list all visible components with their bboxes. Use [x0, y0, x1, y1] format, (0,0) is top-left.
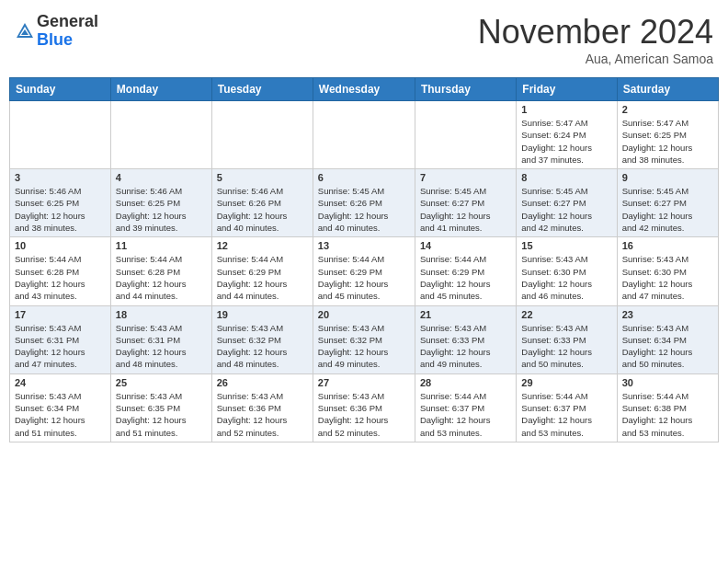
- day-info: Sunrise: 5:44 AMSunset: 6:37 PMDaylight:…: [521, 390, 611, 439]
- day-number: 24: [15, 377, 106, 388]
- day-info-line: and 47 minutes.: [622, 291, 685, 301]
- calendar-cell: 28Sunrise: 5:44 AMSunset: 6:37 PMDayligh…: [415, 373, 516, 442]
- day-info-line: Sunrise: 5:43 AM: [420, 323, 486, 333]
- day-info: Sunrise: 5:44 AMSunset: 6:29 PMDaylight:…: [217, 253, 308, 302]
- day-info: Sunrise: 5:45 AMSunset: 6:26 PMDaylight:…: [318, 185, 410, 234]
- day-info-line: Sunset: 6:27 PM: [521, 198, 586, 208]
- day-info: Sunrise: 5:47 AMSunset: 6:24 PMDaylight:…: [521, 117, 611, 166]
- day-info-line: Daylight: 12 hours: [420, 415, 491, 425]
- day-info: Sunrise: 5:43 AMSunset: 6:34 PMDaylight:…: [15, 390, 106, 439]
- day-info-line: and 48 minutes.: [217, 359, 279, 369]
- week-row-1: 1Sunrise: 5:47 AMSunset: 6:24 PMDaylight…: [10, 101, 719, 169]
- calendar: SundayMondayTuesdayWednesdayThursdayFrid…: [9, 77, 719, 442]
- day-info-line: Daylight: 12 hours: [15, 347, 85, 357]
- calendar-cell: 11Sunrise: 5:44 AMSunset: 6:28 PMDayligh…: [110, 237, 211, 305]
- day-number: 30: [622, 377, 713, 388]
- day-info: Sunrise: 5:43 AMSunset: 6:31 PMDaylight:…: [116, 322, 207, 371]
- day-info-line: Sunrise: 5:47 AM: [622, 118, 688, 128]
- day-info-line: Daylight: 12 hours: [521, 143, 592, 153]
- day-info-line: Sunset: 6:36 PM: [217, 403, 281, 413]
- day-number: 15: [521, 240, 611, 251]
- day-info-line: and 48 minutes.: [116, 359, 178, 369]
- day-info-line: Sunrise: 5:43 AM: [15, 391, 81, 401]
- day-info-line: Daylight: 12 hours: [622, 143, 693, 153]
- day-info-line: Sunrise: 5:43 AM: [622, 323, 688, 333]
- day-info-line: and 53 minutes.: [420, 428, 483, 438]
- logo: General Blue: [15, 13, 98, 50]
- calendar-cell: 8Sunrise: 5:45 AMSunset: 6:27 PMDaylight…: [517, 169, 617, 237]
- logo-icon: [15, 21, 35, 41]
- day-info-line: and 49 minutes.: [420, 359, 483, 369]
- day-info-line: Sunset: 6:31 PM: [15, 335, 79, 345]
- calendar-cell: 2Sunrise: 5:47 AMSunset: 6:25 PMDaylight…: [617, 101, 718, 169]
- day-info-line: Sunrise: 5:44 AM: [217, 254, 283, 264]
- calendar-cell: [211, 101, 313, 169]
- day-info-line: Sunset: 6:27 PM: [622, 198, 687, 208]
- weekday-header-saturday: Saturday: [617, 78, 718, 101]
- logo-general: General: [37, 12, 98, 30]
- day-info-line: Sunrise: 5:43 AM: [217, 391, 283, 401]
- calendar-cell: 24Sunrise: 5:43 AMSunset: 6:34 PMDayligh…: [10, 373, 111, 442]
- day-info-line: Daylight: 12 hours: [318, 415, 389, 425]
- day-info-line: Sunset: 6:26 PM: [318, 198, 382, 208]
- calendar-cell: 27Sunrise: 5:43 AMSunset: 6:36 PMDayligh…: [313, 373, 415, 442]
- day-info-line: Sunset: 6:37 PM: [521, 403, 586, 413]
- day-number: 16: [622, 240, 713, 251]
- calendar-cell: 26Sunrise: 5:43 AMSunset: 6:36 PMDayligh…: [211, 373, 313, 442]
- calendar-cell: 3Sunrise: 5:46 AMSunset: 6:25 PMDaylight…: [10, 169, 111, 237]
- day-info-line: and 52 minutes.: [318, 428, 381, 438]
- calendar-cell: 21Sunrise: 5:43 AMSunset: 6:33 PMDayligh…: [415, 305, 516, 373]
- day-info-line: and 51 minutes.: [15, 428, 77, 438]
- calendar-cell: 9Sunrise: 5:45 AMSunset: 6:27 PMDaylight…: [617, 169, 718, 237]
- calendar-cell: 10Sunrise: 5:44 AMSunset: 6:28 PMDayligh…: [10, 237, 111, 305]
- day-number: 1: [521, 104, 611, 115]
- day-info-line: Sunset: 6:35 PM: [116, 403, 180, 413]
- day-info-line: and 39 minutes.: [116, 223, 178, 233]
- calendar-cell: [313, 101, 415, 169]
- calendar-cell: 5Sunrise: 5:46 AMSunset: 6:26 PMDaylight…: [211, 169, 313, 237]
- day-info-line: Sunrise: 5:46 AM: [116, 186, 182, 196]
- day-info-line: and 42 minutes.: [622, 223, 685, 233]
- day-info-line: and 47 minutes.: [15, 359, 77, 369]
- day-info: Sunrise: 5:44 AMSunset: 6:37 PMDaylight:…: [420, 390, 511, 439]
- day-number: 12: [217, 240, 308, 251]
- day-info-line: Sunset: 6:30 PM: [521, 267, 586, 277]
- day-info-line: and 44 minutes.: [217, 291, 279, 301]
- day-info: Sunrise: 5:44 AMSunset: 6:28 PMDaylight:…: [116, 253, 207, 302]
- day-info-line: and 50 minutes.: [622, 359, 685, 369]
- day-info: Sunrise: 5:44 AMSunset: 6:28 PMDaylight:…: [15, 253, 106, 302]
- day-info-line: Daylight: 12 hours: [116, 211, 187, 221]
- day-info-line: Daylight: 12 hours: [420, 211, 491, 221]
- calendar-cell: 23Sunrise: 5:43 AMSunset: 6:34 PMDayligh…: [617, 305, 718, 373]
- day-info: Sunrise: 5:43 AMSunset: 6:36 PMDaylight:…: [217, 390, 308, 439]
- day-info-line: and 40 minutes.: [318, 223, 381, 233]
- day-number: 5: [217, 172, 308, 183]
- day-info-line: and 53 minutes.: [521, 428, 584, 438]
- week-row-3: 10Sunrise: 5:44 AMSunset: 6:28 PMDayligh…: [10, 237, 719, 305]
- day-info-line: and 45 minutes.: [318, 291, 381, 301]
- day-number: 7: [420, 172, 511, 183]
- day-info: Sunrise: 5:43 AMSunset: 6:36 PMDaylight:…: [318, 390, 410, 439]
- day-info-line: Daylight: 12 hours: [15, 279, 85, 289]
- calendar-cell: 25Sunrise: 5:43 AMSunset: 6:35 PMDayligh…: [110, 373, 211, 442]
- day-info-line: and 52 minutes.: [217, 428, 279, 438]
- day-number: 4: [116, 172, 207, 183]
- day-number: 25: [116, 377, 207, 388]
- location: Aua, American Samoa: [478, 52, 713, 66]
- day-info-line: Sunset: 6:38 PM: [622, 403, 687, 413]
- day-info: Sunrise: 5:43 AMSunset: 6:34 PMDaylight:…: [622, 322, 713, 371]
- calendar-cell: 14Sunrise: 5:44 AMSunset: 6:29 PMDayligh…: [415, 237, 516, 305]
- day-info-line: Sunrise: 5:43 AM: [521, 323, 587, 333]
- weekday-header-monday: Monday: [110, 78, 211, 101]
- day-info-line: Sunset: 6:33 PM: [521, 335, 586, 345]
- day-info: Sunrise: 5:43 AMSunset: 6:35 PMDaylight:…: [116, 390, 207, 439]
- day-info-line: Sunset: 6:34 PM: [622, 335, 687, 345]
- calendar-cell: [10, 101, 111, 169]
- day-info-line: Sunrise: 5:43 AM: [15, 323, 81, 333]
- day-info-line: and 42 minutes.: [521, 223, 584, 233]
- calendar-cell: [110, 101, 211, 169]
- calendar-cell: 22Sunrise: 5:43 AMSunset: 6:33 PMDayligh…: [517, 305, 617, 373]
- day-info: Sunrise: 5:43 AMSunset: 6:32 PMDaylight:…: [318, 322, 410, 371]
- day-info: Sunrise: 5:45 AMSunset: 6:27 PMDaylight:…: [420, 185, 511, 234]
- week-row-2: 3Sunrise: 5:46 AMSunset: 6:25 PMDaylight…: [10, 169, 719, 237]
